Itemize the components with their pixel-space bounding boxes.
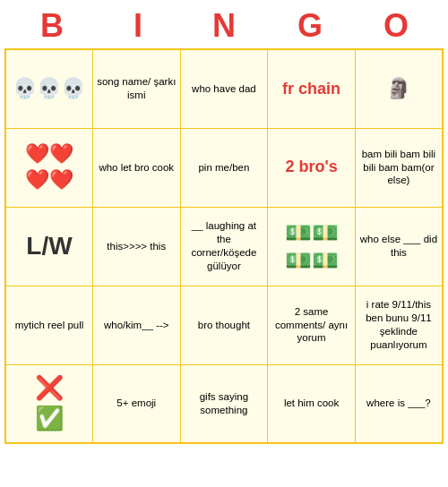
cell-r1-c3: 2 bro's: [268, 128, 356, 207]
bingo-board: 💀💀💀song name/ şarkı ismiwho have dadfr c…: [4, 48, 444, 444]
letter-g: G: [271, 7, 349, 45]
cell-r1-c4: bam bili bam bili bili bam bam(or else): [355, 128, 443, 207]
cell-r4-c4: where is ___?: [355, 364, 443, 443]
letter-n: N: [185, 7, 263, 45]
cell-r0-c2: who have dad: [180, 49, 268, 128]
cell-r3-c1: who/kim__ -->: [92, 286, 180, 364]
cell-r2-c1: this>>>> this: [92, 207, 180, 286]
cell-r4-c2: gifs saying something: [180, 364, 268, 443]
cell-r0-c3: fr chain: [268, 49, 356, 128]
cell-r2-c3: 💵💵💵💵: [268, 207, 356, 286]
cell-r3-c4: i rate 9/11/this ben bunu 9/11 şeklinde …: [355, 286, 443, 364]
cell-r1-c2: pin me/ben: [180, 128, 268, 207]
letter-b: B: [13, 7, 91, 45]
cell-r2-c0: L/W: [5, 207, 92, 286]
cell-r0-c1: song name/ şarkı ismi: [92, 49, 180, 128]
cell-r3-c0: mytich reel pull: [5, 286, 92, 364]
cell-r3-c2: bro thought: [180, 286, 268, 364]
cell-r1-c1: who let bro cook: [92, 128, 180, 207]
cell-r2-c2: __ laughing at the corner/köşede gülüyor: [180, 207, 268, 286]
cell-r2-c4: who else ___ did this: [355, 207, 443, 286]
cell-r0-c4: 🗿: [355, 49, 443, 128]
cell-r4-c0: ❌✅: [5, 364, 92, 443]
cell-r4-c1: 5+ emoji: [92, 364, 180, 443]
letter-o: O: [357, 7, 435, 45]
cell-r3-c3: 2 same comments/ aynı yorum: [268, 286, 356, 364]
cell-r1-c0: ❤️❤️❤️❤️: [5, 128, 92, 207]
letter-i: I: [99, 7, 177, 45]
bingo-header: B I N G O: [9, 0, 439, 48]
cell-r0-c0: 💀💀💀: [5, 49, 92, 128]
cell-r4-c3: let him cook: [268, 364, 356, 443]
